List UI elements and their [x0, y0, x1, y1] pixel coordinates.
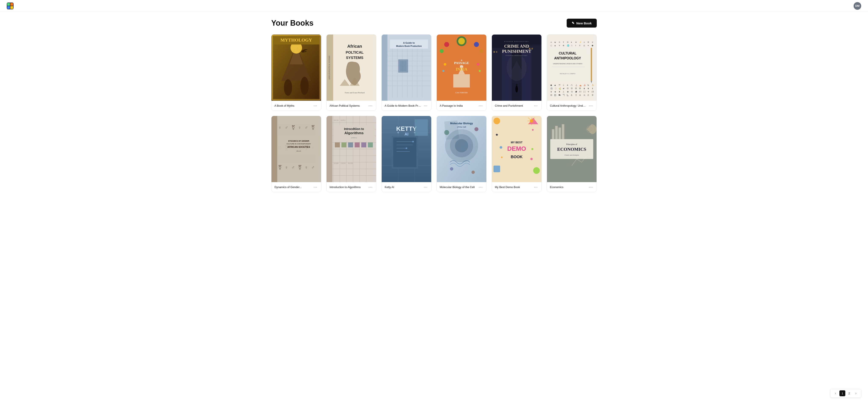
svg-rect-273	[555, 126, 558, 139]
book-menu-button-guide-book-production[interactable]: ⋯	[423, 103, 428, 108]
book-menu-button-passage-to-india[interactable]: ⋯	[478, 103, 484, 108]
book-card-guide-book-production[interactable]: A Guide to Modern Book Production A Guid…	[381, 34, 431, 111]
book-title-demo-book: My Best Demo Book	[495, 185, 531, 189]
book-title-ketty-ai: Ketty AI	[384, 185, 421, 189]
book-card-african-societies[interactable]: ♀♂⚧ ♀♂⚧ ♂⚧♀ ♂⚧♀ ⚧♀♂ ⚧♀♂ DYNAMICS OF GEND…	[271, 116, 321, 192]
book-menu-button-crime-and-punishment[interactable]: ⋯	[533, 103, 538, 108]
book-menu-button-cultural-anthropology[interactable]: ⋯	[588, 103, 594, 108]
new-book-icon: ✎	[572, 21, 575, 25]
svg-rect-4	[10, 6, 13, 9]
svg-text:11010: 11010	[341, 163, 346, 164]
svg-text:⚅: ⚅	[579, 87, 581, 89]
book-card-ketty-ai[interactable]: KETTY AI Ketty AI ⋯	[381, 116, 431, 192]
svg-text:⛙: ⛙	[579, 91, 581, 93]
logo[interactable]	[7, 3, 13, 9]
book-menu-button-mythology[interactable]: ⋯	[313, 103, 318, 108]
header: DM	[0, 0, 868, 12]
book-title-molecular-biology: Molecular Biology of the Cell	[440, 185, 476, 189]
svg-text:⚂: ⚂	[567, 87, 568, 89]
book-menu-button-ketty-ai[interactable]: ⋯	[423, 185, 428, 189]
svg-text:of the Cell: of the Cell	[457, 126, 466, 128]
svg-text:01011: 01011	[341, 119, 346, 121]
svg-text:⛠: ⛠	[563, 94, 564, 96]
svg-text:Introcdtiion to: Introcdtiion to	[344, 127, 364, 131]
book-card-economics[interactable]: Principles of ECONOMICS Charts and Analy…	[547, 116, 597, 192]
book-cover-passage-to-india: A PASSAGE TO INDIA E.M. FORSTER	[437, 34, 486, 101]
svg-text:DYNAMICS OF GENDER: DYNAMICS OF GENDER	[288, 140, 309, 142]
svg-text:✡: ✡	[559, 41, 560, 43]
book-cover-crime-and-punishment: FYODOR DOSTOEVSKY CRIME AND PUNISHMENT F…	[492, 34, 541, 101]
svg-rect-73	[496, 51, 497, 53]
svg-point-244	[471, 170, 475, 174]
next-page-button[interactable]: ›	[853, 390, 859, 396]
book-card-molecular-biology[interactable]: Molecular Biology of the Cell Molecular …	[437, 116, 487, 192]
book-menu-button-molecular-biology[interactable]: ⋯	[478, 185, 484, 189]
svg-text:♀: ♀	[298, 125, 301, 130]
svg-text:★: ★	[531, 128, 534, 132]
book-cover-african-societies: ♀♂⚧ ♀♂⚧ ♂⚧♀ ♂⚧♀ ⚧♀♂ ⚧♀♂ DYNAMICS OF GEND…	[272, 116, 321, 182]
svg-text:⛖: ⛖	[567, 91, 569, 93]
svg-point-263	[530, 119, 533, 123]
svg-rect-275	[562, 124, 564, 139]
book-cover-ketty-ai: KETTY AI	[382, 116, 431, 182]
book-card-crime-and-punishment[interactable]: FYODOR DOSTOEVSKY CRIME AND PUNISHMENT F…	[492, 34, 541, 111]
svg-text:⛜: ⛜	[592, 91, 594, 93]
svg-point-62	[444, 63, 446, 65]
book-info-cultural-anthropology: Cultural Anthropology: Unders... ⋯	[547, 101, 596, 111]
book-card-intro-algorithms[interactable]: 1011001011 1010011010 01101 Introcdtiion…	[327, 116, 376, 192]
book-cover-cultural-anthropology: ☠☯✡ ✝☮♦ ★⚡⚔ ⚙☣ ⬡◈⚜ ☸⛎♲ ⚕☤⚖ ✦⬢ ⬣◆⛩ ⚛☬⛫ ⛪⛺…	[547, 34, 596, 101]
book-menu-button-african-political[interactable]: ⋯	[368, 103, 373, 108]
svg-text:UNDERSTANDING URSEVS AND OTHER: UNDERSTANDING URSEVS AND OTHERS	[553, 63, 582, 64]
svg-point-243	[450, 167, 453, 171]
svg-text:⛡: ⛡	[567, 94, 569, 96]
header-right: DM	[854, 2, 861, 10]
svg-text:♟: ♟	[583, 87, 585, 89]
svg-text:♂: ♂	[291, 165, 295, 170]
svg-text:☣: ☣	[592, 41, 593, 43]
svg-text:☯: ☯	[554, 41, 556, 43]
new-book-button[interactable]: ✎ New Book	[567, 19, 597, 28]
svg-text:⛤: ⛤	[579, 94, 581, 96]
svg-point-269	[501, 156, 503, 158]
page-2-button[interactable]: 2	[846, 390, 852, 396]
book-cover-african-political: AFRICAN POLITICAL SYSTEMS African POLTIC…	[327, 34, 376, 101]
prev-page-button[interactable]: ‹	[833, 390, 839, 396]
book-card-passage-to-india[interactable]: A PASSAGE TO INDIA E.M. FORSTER A Passag…	[437, 34, 487, 111]
book-card-mythology[interactable]: MYTHOLOGY A Book of Myths ⋯	[271, 34, 321, 111]
svg-rect-46	[400, 61, 406, 71]
svg-text:⚧: ⚧	[311, 125, 315, 130]
svg-rect-209	[335, 142, 340, 147]
svg-text:01101: 01101	[348, 163, 353, 164]
book-menu-button-african-societies[interactable]: ⋯	[313, 185, 318, 189]
book-info-intro-algorithms: Introduction to Algorithms ⋯	[327, 182, 376, 192]
book-card-african-political[interactable]: AFRICAN POLITICAL SYSTEMS African POLTIC…	[327, 34, 376, 111]
svg-text:PUNISHMENT: PUNISHMENT	[502, 49, 531, 54]
book-menu-button-demo-book[interactable]: ⋯	[533, 185, 538, 189]
svg-text:⛚: ⛚	[583, 91, 586, 93]
book-title-mythology: A Book of Myths	[274, 104, 311, 107]
svg-point-270	[530, 158, 533, 160]
svg-text:10100: 10100	[334, 163, 339, 164]
book-card-demo-book[interactable]: ★ ★ MY BEST DEMO BOOK	[492, 116, 541, 192]
svg-text:★: ★	[495, 133, 498, 137]
avatar[interactable]: DM	[854, 2, 861, 10]
svg-point-249	[494, 118, 500, 124]
svg-point-51	[474, 42, 479, 47]
book-card-cultural-anthropology[interactable]: ☠☯✡ ✝☮♦ ★⚡⚔ ⚙☣ ⬡◈⚜ ☸⛎♲ ⚕☤⚖ ✦⬢ ⬣◆⛩ ⚛☬⛫ ⛪⛺…	[547, 34, 597, 111]
svg-point-232	[412, 141, 414, 142]
svg-point-63	[477, 63, 479, 65]
svg-text:ECONOMICS: ECONOMICS	[557, 147, 586, 152]
svg-point-49	[458, 38, 465, 45]
svg-point-240	[455, 139, 468, 152]
book-menu-button-intro-algorithms[interactable]: ⋯	[368, 185, 373, 189]
svg-text:CRIME AND: CRIME AND	[504, 44, 529, 49]
svg-text:⚄: ⚄	[575, 87, 577, 89]
svg-text:♀: ♀	[305, 165, 308, 170]
svg-text:A Guide to: A Guide to	[403, 41, 415, 44]
book-menu-button-economics[interactable]: ⋯	[588, 185, 594, 189]
svg-text:⚛: ⚛	[563, 84, 564, 86]
svg-text:✝: ✝	[563, 41, 564, 43]
svg-text:♂: ♂	[305, 125, 308, 130]
page-1-button[interactable]: 1	[839, 390, 845, 396]
svg-point-52	[440, 49, 444, 53]
